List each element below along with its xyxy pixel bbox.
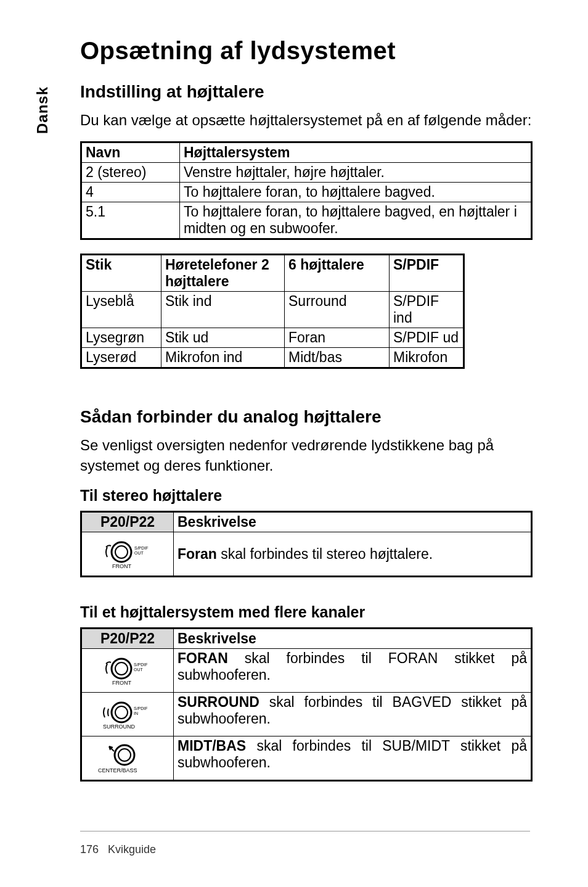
svg-point-10	[112, 703, 131, 722]
svg-point-11	[115, 706, 128, 719]
page-number: 176	[80, 843, 99, 856]
centerbass-port-icon: CENTER/BASS	[91, 743, 165, 774]
svg-text:CENTER/BASS: CENTER/BASS	[98, 767, 137, 774]
t2-r2-c0: Lyserød	[81, 348, 161, 368]
t2-r1-c0: Lysegrøn	[81, 328, 161, 348]
table-row: S/PDIF IN SURROUND SURROUND skal forbind…	[81, 693, 532, 736]
svg-text:FRONT: FRONT	[112, 563, 131, 569]
speaker-system-table: Navn Højttalersystem 2 (stereo) Venstre …	[80, 141, 533, 240]
table-row: Lyseblå Stik ind Surround S/PDIF ind	[81, 292, 464, 328]
svg-point-1	[115, 546, 128, 558]
table-row: 5.1 To højttalere foran, to højttalere b…	[81, 202, 532, 239]
jack-table: Stik Høretelefoner 2 højttalere 6 højtta…	[80, 254, 465, 369]
multi-desc-0-rest: skal forbindes til FORAN stikket på subw…	[178, 650, 527, 683]
t2-r1-c1: Stik ud	[161, 328, 285, 348]
multi-table: P20/P22 Beskrivelse S/PDIF OUT FRONT FOR…	[80, 627, 533, 782]
svg-text:S/PDIF: S/PDIF	[134, 662, 148, 667]
t2-r1-c3: S/PDIF ud	[390, 328, 464, 348]
side-tab: Dansk	[34, 86, 51, 134]
table-row: 4 To højttalere foran, to højttalere bag…	[81, 183, 532, 202]
section1-heading: Indstilling at højttalere	[80, 82, 533, 102]
svg-point-0	[112, 542, 131, 562]
t1-r2-system: To højttalere foran, to højttalere bagve…	[180, 202, 532, 239]
svg-point-15	[115, 745, 134, 765]
multi-desc-1-bold: SURROUND	[178, 694, 259, 710]
svg-point-6	[115, 662, 128, 675]
t2-r0-c2: Surround	[285, 292, 390, 328]
surround-port-icon-cell: S/PDIF IN SURROUND	[81, 693, 174, 736]
page-footer: 176 Kvikguide	[80, 843, 156, 856]
t1-head-system: Højttalersystem	[180, 142, 532, 163]
svg-point-16	[118, 749, 131, 761]
svg-point-5	[112, 659, 131, 679]
multi-head-desc: Beskrivelse	[174, 629, 532, 649]
section1-intro: Du kan vælge at opsætte højttalersysteme…	[80, 110, 533, 130]
table-row: S/PDIF OUT FRONT Foran skal forbindes ti…	[81, 532, 532, 577]
svg-text:S/PDIF: S/PDIF	[134, 706, 148, 711]
t1-r0-system: Venstre højttaler, højre højttaler.	[180, 163, 532, 183]
t2-r2-c3: Mikrofon	[390, 348, 464, 368]
t2-r0-c3: S/PDIF ind	[390, 292, 464, 328]
multi-desc-2: MIDT/BAS skal forbindes til SUB/MIDT sti…	[174, 736, 532, 781]
table-row: S/PDIF OUT FRONT FORAN skal forbindes ti…	[81, 649, 532, 693]
t2-r2-c1: Mikrofon ind	[161, 348, 285, 368]
stereo-desc-rest: skal forbindes til stereo højttalere.	[217, 546, 433, 562]
stereo-heading: Til stereo højttalere	[80, 487, 533, 505]
multi-desc-0: FORAN skal forbindes til FORAN stikket p…	[174, 649, 532, 693]
table-row: 2 (stereo) Venstre højttaler, højre højt…	[81, 163, 532, 183]
multi-desc-0-bold: FORAN	[178, 650, 228, 666]
multi-head-model: P20/P22	[81, 629, 174, 649]
surround-port-icon: S/PDIF IN SURROUND	[94, 699, 161, 730]
section2-intro: Se venligst oversigten nedenfor vedrøren…	[80, 435, 533, 476]
t1-r0-name: 2 (stereo)	[81, 163, 180, 183]
multi-desc-2-bold: MIDT/BAS	[178, 738, 246, 754]
stereo-desc-bold: Foran	[178, 546, 217, 562]
svg-text:FRONT: FRONT	[112, 680, 131, 686]
page-title: Opsætning af lydsystemet	[80, 37, 533, 65]
footer-divider	[80, 831, 530, 831]
svg-text:IN: IN	[134, 711, 138, 716]
table-row: Lyserød Mikrofon ind Midt/bas Mikrofon	[81, 348, 464, 368]
table-row: Lysegrøn Stik ud Foran S/PDIF ud	[81, 328, 464, 348]
t2-r0-c0: Lyseblå	[81, 292, 161, 328]
t2-r0-c1: Stik ind	[161, 292, 285, 328]
front-port-icon-cell: S/PDIF OUT FRONT	[81, 532, 174, 577]
svg-text:OUT: OUT	[134, 667, 144, 672]
t1-head-name: Navn	[81, 142, 180, 163]
svg-text:S/PDIF: S/PDIF	[134, 546, 149, 550]
stereo-head-desc: Beskrivelse	[174, 512, 532, 532]
t2-head-hp2: Høretelefoner 2 højttalere	[161, 255, 285, 292]
t2-head-sp6: 6 højttalere	[285, 255, 390, 292]
table-row: CENTER/BASS MIDT/BAS skal forbindes til …	[81, 736, 532, 781]
stereo-head-model: P20/P22	[81, 512, 174, 532]
t2-head-spdif: S/PDIF	[390, 255, 464, 292]
t2-head-stik: Stik	[81, 255, 161, 292]
front-port-icon: S/PDIF OUT FRONT	[100, 538, 155, 569]
section2-heading: Sådan forbinder du analog højttalere	[80, 407, 533, 427]
t1-r1-name: 4	[81, 183, 180, 202]
stereo-desc: Foran skal forbindes til stereo højttale…	[174, 532, 532, 577]
svg-text:OUT: OUT	[134, 551, 144, 555]
t2-r1-c2: Foran	[285, 328, 390, 348]
t1-r2-name: 5.1	[81, 202, 180, 239]
front-port-icon: S/PDIF OUT FRONT	[97, 655, 158, 686]
front-port-icon-cell: S/PDIF OUT FRONT	[81, 649, 174, 693]
footer-label: Kvikguide	[108, 843, 156, 856]
svg-text:SURROUND: SURROUND	[103, 724, 136, 730]
stereo-table: P20/P22 Beskrivelse S/PDIF OUT FRONT For…	[80, 511, 533, 577]
t1-r1-system: To højttalere foran, to højttalere bagve…	[180, 183, 532, 202]
t2-r2-c2: Midt/bas	[285, 348, 390, 368]
multi-desc-1: SURROUND skal forbindes til BAGVED stikk…	[174, 693, 532, 736]
multi-heading: Til et højttalersystem med flere kanaler	[80, 603, 533, 621]
centerbass-port-icon-cell: CENTER/BASS	[81, 736, 174, 781]
